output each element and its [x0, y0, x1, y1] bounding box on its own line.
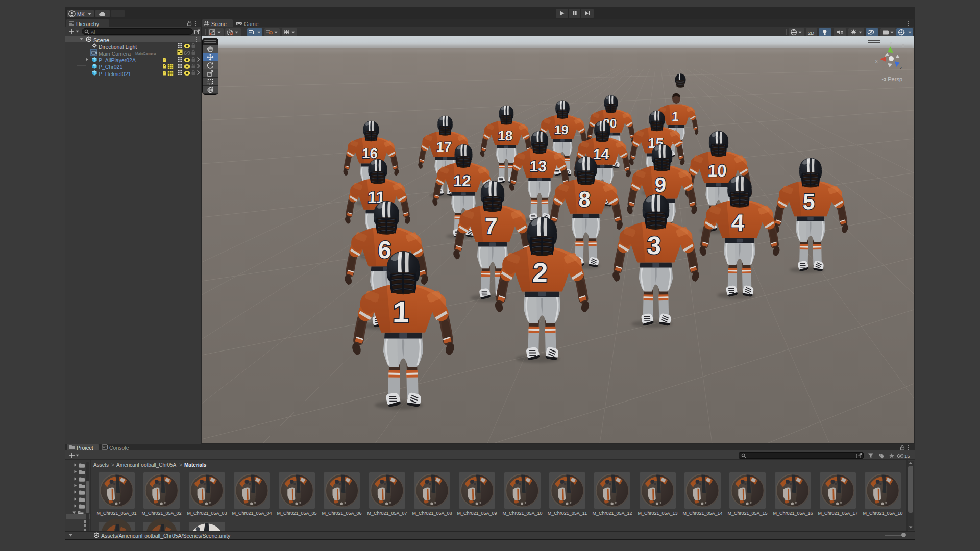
svg-text:1: 1 [672, 109, 679, 123]
svg-text:5: 5 [802, 189, 816, 214]
svg-text:4: 4 [731, 209, 745, 236]
svg-text:13: 13 [529, 158, 547, 174]
svg-text:2: 2 [532, 257, 548, 288]
svg-text:3: 3 [647, 231, 662, 260]
svg-text:1: 1 [392, 295, 410, 329]
svg-text:14: 14 [593, 146, 609, 162]
svg-text:7: 7 [484, 214, 498, 240]
svg-text:10: 10 [707, 161, 727, 180]
svg-text:⊲ Persp: ⊲ Persp [881, 76, 902, 82]
svg-text:18: 18 [498, 128, 513, 143]
svg-text:x: x [875, 59, 878, 64]
svg-text:12: 12 [453, 172, 472, 190]
svg-text:8: 8 [578, 187, 591, 211]
svg-text:y: y [890, 40, 892, 45]
svg-text:9: 9 [654, 173, 667, 196]
svg-text:17: 17 [436, 139, 452, 155]
svg-text:19: 19 [554, 122, 569, 137]
svg-text:16: 16 [362, 145, 378, 161]
svg-text:z: z [900, 65, 902, 70]
